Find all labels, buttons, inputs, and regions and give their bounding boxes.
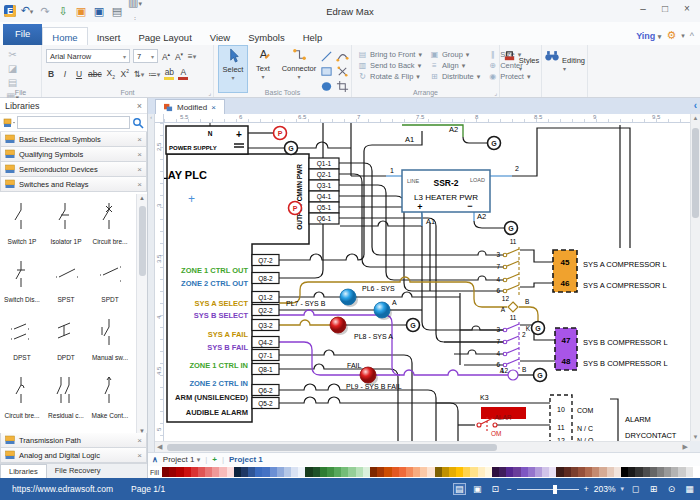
color-swatch[interactable] <box>427 467 434 477</box>
select-tool-button[interactable]: Select▾ <box>218 45 248 93</box>
symbol-spst[interactable]: SPST <box>44 252 88 310</box>
user-account-button[interactable]: Ying ▾ <box>636 31 661 41</box>
symbol-dpdt[interactable]: DPDT <box>44 310 88 368</box>
arrange-group[interactable]: ▣Group▾ <box>430 50 480 59</box>
font-dialog-launcher[interactable]: ⌟ <box>208 89 211 96</box>
symbol-isolator-1p[interactable]: Isolator 1P <box>44 194 88 252</box>
color-swatch[interactable] <box>621 467 628 477</box>
color-swatch[interactable] <box>571 467 578 477</box>
grid-icon[interactable]: ▦ <box>683 484 696 494</box>
symbol-residual-c-[interactable]: Residual c... <box>44 368 88 426</box>
font-button-3[interactable]: abc <box>88 69 102 79</box>
color-swatch[interactable] <box>341 467 348 477</box>
color-swatch[interactable] <box>456 467 463 477</box>
text-tool-button[interactable]: A Text▾ <box>248 45 278 93</box>
statusbar-url[interactable]: https://www.edrawsoft.com <box>12 484 113 494</box>
color-swatch[interactable] <box>392 467 399 477</box>
color-swatch[interactable] <box>377 467 384 477</box>
color-swatch[interactable] <box>478 467 485 477</box>
tab-file[interactable]: File <box>3 24 42 45</box>
presentation-view-icon[interactable]: ⊡ <box>489 484 502 494</box>
color-swatch[interactable] <box>499 467 506 477</box>
library-close-icon[interactable]: × <box>137 150 142 159</box>
spacing-icon[interactable]: ⇅▾ <box>134 69 145 79</box>
color-swatch[interactable] <box>506 467 513 477</box>
color-swatch[interactable] <box>169 467 176 477</box>
color-swatch[interactable] <box>470 467 477 477</box>
color-swatch[interactable] <box>241 467 248 477</box>
horizontal-scrollbar[interactable]: ◀▶ <box>155 441 690 452</box>
color-swatch[interactable] <box>262 467 269 477</box>
font-size-combo[interactable]: 7▾ <box>133 49 158 63</box>
document-tab-close-icon[interactable]: × <box>211 103 216 112</box>
gear-caret-icon[interactable]: ▾ <box>681 32 685 40</box>
color-swatch[interactable] <box>227 467 234 477</box>
collapse-panel-icon[interactable]: ‹ <box>694 100 697 111</box>
color-swatch[interactable] <box>363 467 370 477</box>
color-swatch[interactable] <box>219 467 226 477</box>
color-swatch[interactable] <box>370 467 377 477</box>
page-tab-project1[interactable]: Project 1 <box>229 455 263 464</box>
font-button-4[interactable]: X2 <box>106 68 116 80</box>
color-swatch[interactable] <box>234 467 241 477</box>
color-swatch[interactable] <box>413 467 420 477</box>
color-swatch[interactable] <box>528 467 535 477</box>
color-swatch[interactable] <box>406 467 413 477</box>
document-tab[interactable]: Modified × <box>155 99 225 114</box>
color-swatch[interactable] <box>671 467 678 477</box>
libraries-close-icon[interactable]: × <box>137 101 142 111</box>
library-close-icon[interactable]: × <box>137 451 142 460</box>
color-swatch[interactable] <box>492 467 499 477</box>
font-color-icon[interactable]: A <box>178 67 188 80</box>
color-swatch[interactable] <box>628 467 635 477</box>
highlight-icon[interactable]: ab <box>164 67 174 80</box>
color-swatch[interactable] <box>678 467 685 477</box>
rectangle-tool-icon[interactable] <box>320 65 333 78</box>
gear-icon[interactable]: ⚙ <box>666 29 676 42</box>
color-swatch[interactable] <box>435 467 442 477</box>
color-swatch[interactable] <box>442 467 449 477</box>
color-swatch[interactable] <box>635 467 642 477</box>
color-swatch[interactable] <box>327 467 334 477</box>
color-swatch[interactable] <box>657 467 664 477</box>
page-dropdown[interactable]: Project 1 ▾ <box>163 455 200 464</box>
color-swatch[interactable] <box>463 467 470 477</box>
cross-connector-icon[interactable] <box>336 65 349 78</box>
color-swatch[interactable] <box>348 467 355 477</box>
color-swatch[interactable] <box>420 467 427 477</box>
symbol-switch-dis-[interactable]: Switch Dis... <box>0 252 44 310</box>
color-swatch[interactable] <box>556 467 563 477</box>
font-button-0[interactable]: B <box>46 69 56 79</box>
paste-icon[interactable]: ▤ <box>6 77 19 88</box>
paragraph-icon[interactable]: ≡▾ <box>187 51 197 61</box>
font-family-combo[interactable]: Arial Narrow▾ <box>46 49 130 63</box>
color-swatch[interactable] <box>212 467 219 477</box>
color-swatch[interactable] <box>599 467 606 477</box>
font-button-1[interactable]: I <box>60 69 70 79</box>
color-swatch[interactable] <box>270 467 277 477</box>
lamp-pl8[interactable] <box>330 317 346 333</box>
panel-splitter[interactable]: ‹‹ <box>148 98 155 452</box>
library-close-icon[interactable]: × <box>137 436 142 445</box>
symbol-spdt[interactable]: SPDT <box>88 252 132 310</box>
format-painter-icon[interactable]: ◪ <box>6 63 19 74</box>
shrink-font-icon[interactable]: A▾ <box>174 51 184 62</box>
add-page-button[interactable]: + <box>212 455 217 464</box>
arrange-align[interactable]: ≡Align▾ <box>430 61 480 70</box>
library-switches-and-relays[interactable]: Switches and Relays× <box>0 177 147 192</box>
symbol-circuit-bre-[interactable]: Circuit bre... <box>88 194 132 252</box>
connector-tool-button[interactable]: Connector▾ <box>278 45 320 93</box>
library-basic-electrical-symbols[interactable]: Basic Electrical Symbols× <box>0 132 147 147</box>
library-close-icon[interactable]: × <box>137 135 142 144</box>
pagebar-collapse-icon[interactable]: ∧ <box>152 455 158 464</box>
color-swatch[interactable] <box>313 467 320 477</box>
color-swatch[interactable] <box>614 467 621 477</box>
cut-icon[interactable]: ✂ <box>6 49 19 60</box>
fit-page-icon[interactable]: ◻ <box>629 484 642 494</box>
panel-tab-libraries[interactable]: Libraries <box>0 464 47 478</box>
library-menu-icon[interactable] <box>3 117 15 129</box>
color-swatch[interactable] <box>686 467 693 477</box>
color-swatch[interactable] <box>564 467 571 477</box>
zoom-out-button[interactable]: − <box>507 484 512 494</box>
lamp-pl9[interactable] <box>360 367 376 383</box>
